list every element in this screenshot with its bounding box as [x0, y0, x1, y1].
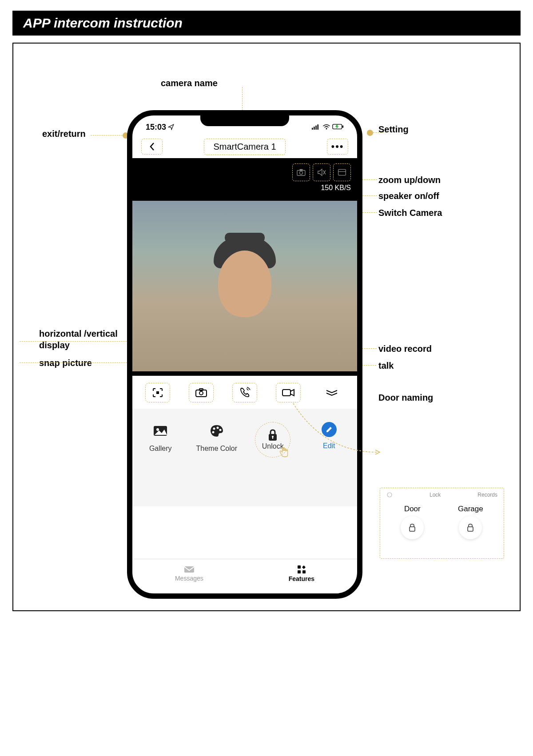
battery-icon [332, 124, 344, 130]
tab-bar: Messages Features [132, 559, 357, 587]
nav-bar: SmartCamera 1 ••• [132, 135, 357, 158]
page-title: APP intercom instruction [23, 16, 183, 31]
back-button[interactable] [141, 139, 163, 155]
svg-rect-31 [302, 570, 306, 573]
callout-zoom: zoom up/down [378, 175, 441, 185]
status-icons [312, 124, 344, 130]
svg-rect-9 [299, 169, 302, 171]
speaker-off-icon [317, 168, 326, 177]
svg-point-8 [299, 171, 302, 174]
camera-icon [296, 168, 306, 176]
video-record-button[interactable] [276, 383, 301, 402]
speaker-button[interactable] [313, 163, 330, 181]
settings-button[interactable]: ••• [327, 139, 348, 155]
gallery-label: Gallery [149, 444, 172, 453]
fullscreen-icon [338, 168, 346, 176]
callout-exit: exit/return [42, 129, 86, 139]
theme-item[interactable]: Theme Color [195, 422, 239, 506]
zoom-button[interactable] [333, 163, 351, 181]
features-label: Features [289, 575, 314, 582]
svg-point-16 [199, 391, 203, 395]
svg-point-24 [212, 431, 214, 434]
svg-rect-34 [468, 527, 473, 531]
svg-rect-30 [298, 570, 301, 573]
tab-messages[interactable]: Messages [175, 565, 203, 582]
title-bar: APP intercom instruction [12, 11, 521, 36]
dot [367, 130, 373, 136]
svg-point-32 [387, 493, 392, 497]
talk-button[interactable] [232, 383, 257, 402]
door-name-1: Door [404, 505, 421, 513]
callout-snap: snap picture [39, 358, 92, 368]
gallery-item[interactable]: Gallery [138, 422, 183, 506]
svg-rect-33 [410, 527, 415, 531]
edit-item[interactable]: Edit [307, 422, 351, 506]
phone-frame: 15:03 SmartCamera 1 ••• [127, 110, 362, 599]
door-tab-lock[interactable]: Lock [430, 492, 441, 499]
expand-button[interactable] [319, 383, 344, 402]
svg-point-22 [216, 427, 219, 429]
snap-picture-button[interactable] [189, 383, 214, 402]
status-time-text: 15:03 [146, 123, 166, 132]
svg-rect-2 [315, 126, 317, 130]
tab-features[interactable]: Features [289, 565, 314, 582]
svg-point-20 [156, 428, 159, 431]
crop-icon [152, 387, 163, 398]
svg-rect-12 [338, 169, 346, 175]
svg-rect-14 [156, 391, 159, 394]
chevron-left-icon [149, 142, 155, 151]
gallery-icon [151, 422, 169, 440]
door-back-icon[interactable] [386, 492, 393, 499]
messages-label: Messages [175, 575, 203, 582]
bitrate-label: 150 KB/S [321, 184, 351, 192]
video-area: 150 KB/S [132, 158, 357, 376]
svg-rect-6 [342, 126, 344, 128]
door-item-1: Door [401, 505, 424, 539]
location-icon [168, 124, 174, 130]
edit-label: Edit [323, 442, 335, 450]
palette-icon [208, 422, 226, 440]
door-item-2: Garage [458, 505, 483, 539]
envelope-icon [183, 565, 195, 574]
door-naming-panel: Lock Records Door Garage [380, 488, 504, 559]
callout-display: horizontal /vertical display [39, 328, 128, 351]
callout-camera-name: camera name [161, 78, 218, 88]
svg-rect-29 [298, 565, 301, 569]
svg-point-23 [219, 429, 221, 431]
leader [91, 135, 123, 135]
chevron-stack-icon [325, 389, 338, 396]
door-name-2: Garage [458, 505, 483, 513]
video-icon [282, 388, 295, 397]
lock-icon [408, 523, 416, 532]
unlock-item[interactable]: Unlock [251, 422, 295, 506]
phone-icon [239, 387, 251, 398]
door-tab-records[interactable]: Records [477, 492, 497, 499]
display-orientation-button[interactable] [145, 383, 170, 402]
phone-notch [200, 115, 289, 126]
svg-rect-3 [318, 124, 319, 130]
wifi-icon [322, 124, 330, 130]
svg-rect-1 [314, 127, 315, 130]
svg-rect-18 [282, 390, 290, 396]
lock-icon [267, 429, 278, 442]
callout-speaker: speaker on/off [378, 191, 439, 201]
svg-point-4 [326, 128, 327, 129]
door-tabs: Lock Records [384, 492, 500, 502]
signal-icon [312, 124, 321, 130]
callout-switch-camera: Switch Camera [378, 208, 442, 218]
video-overlay-icons [292, 163, 351, 181]
switch-camera-button[interactable] [292, 163, 310, 181]
camera-title: SmartCamera 1 [204, 139, 285, 155]
grid-icon [297, 565, 306, 574]
door-unlock-button-1[interactable] [401, 516, 424, 539]
more-icon: ••• [331, 141, 344, 152]
door-unlock-button-2[interactable] [459, 516, 482, 539]
leader [373, 132, 386, 133]
video-feed[interactable] [132, 201, 357, 371]
lock-icon [466, 523, 474, 532]
svg-rect-0 [312, 128, 313, 130]
callout-door-naming: Door naming [378, 393, 433, 403]
callout-video-record: video record [378, 344, 432, 354]
edit-icon [322, 422, 337, 437]
feature-grid: Gallery Theme Color Unlock [132, 409, 357, 506]
